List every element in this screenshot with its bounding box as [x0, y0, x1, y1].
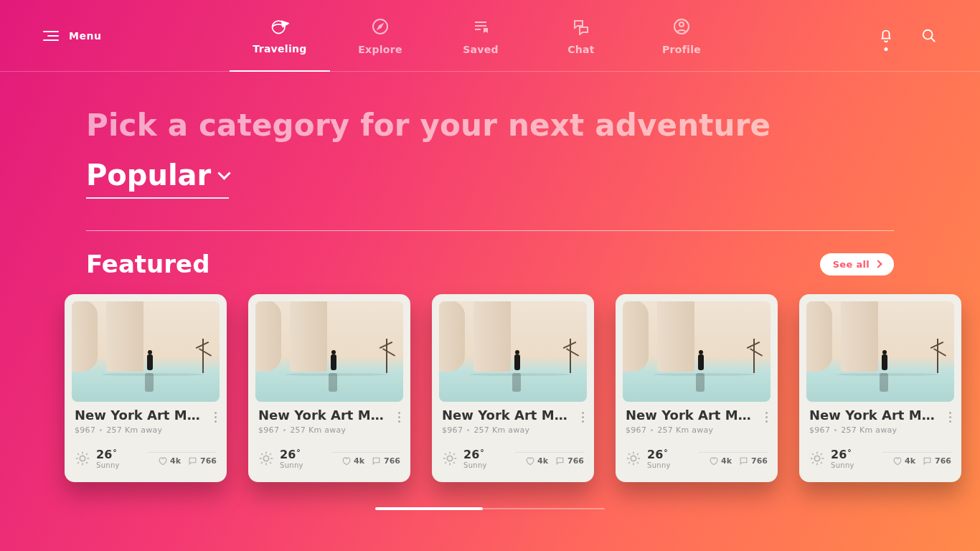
- svg-point-10: [80, 456, 85, 461]
- card-likes[interactable]: 4k: [892, 456, 915, 466]
- svg-line-34: [453, 462, 455, 463]
- sun-icon: [442, 451, 458, 466]
- card-stats: 4k 766: [882, 452, 951, 466]
- likes-count: 4k: [721, 456, 732, 466]
- separator-dot: [467, 429, 469, 431]
- featured-cards-scroller[interactable]: New York Art Me… $967 257 Km away 26° Su…: [65, 294, 980, 482]
- chat-bubbles-icon: [571, 17, 591, 37]
- separator-dot: [100, 429, 102, 431]
- comments-count: 766: [567, 456, 584, 466]
- card-comments[interactable]: 766: [923, 456, 951, 466]
- card-temperature: 26: [96, 448, 112, 461]
- card-price: $967: [75, 425, 95, 435]
- card-weather: 26° Sunny: [75, 448, 120, 469]
- degree-symbol: °: [480, 448, 484, 457]
- svg-line-26: [261, 462, 263, 463]
- card-more-button[interactable]: [395, 409, 403, 425]
- card-condition: Sunny: [831, 461, 854, 469]
- category-dropdown[interactable]: Popular: [86, 159, 229, 199]
- comment-icon: [555, 456, 565, 466]
- card-temperature: 26: [831, 448, 847, 461]
- tab-profile[interactable]: Profile: [631, 0, 732, 72]
- menu-button[interactable]: Menu: [43, 30, 101, 42]
- card-weather: 26° Sunny: [809, 448, 854, 469]
- notification-indicator-dot: [885, 47, 888, 51]
- featured-card[interactable]: New York Art Me… $967 257 Km away 26° Su…: [432, 294, 594, 482]
- degree-symbol: °: [664, 448, 668, 457]
- featured-card[interactable]: New York Art Me… $967 257 Km away 26° Su…: [799, 294, 961, 482]
- svg-line-35: [445, 462, 446, 463]
- card-subtitle: $967 257 Km away: [258, 425, 400, 435]
- page-headline: Pick a category for your next adventure: [86, 108, 894, 143]
- svg-line-44: [628, 462, 630, 463]
- see-all-button[interactable]: See all: [820, 253, 894, 276]
- section-title: Featured: [86, 250, 209, 278]
- svg-point-8: [923, 29, 933, 39]
- carousel-scrollbar-thumb[interactable]: [375, 507, 483, 510]
- category-selected-value: Popular: [86, 159, 211, 192]
- card-comments[interactable]: 766: [188, 456, 217, 466]
- stat-divider: [699, 452, 768, 453]
- card-subtitle: $967 257 Km away: [442, 425, 584, 435]
- likes-count: 4k: [170, 456, 181, 466]
- nav-tabs: Traveling Explore Saved Chat Profile: [230, 0, 732, 72]
- tab-label: Traveling: [253, 43, 306, 55]
- card-image: [806, 301, 954, 402]
- featured-card[interactable]: New York Art Me… $967 257 Km away 26° Su…: [248, 294, 410, 482]
- heart-icon: [892, 456, 902, 466]
- notifications-button[interactable]: [878, 28, 894, 44]
- featured-card[interactable]: New York Art Me… $967 257 Km away 26° Su…: [65, 294, 227, 482]
- svg-line-17: [77, 462, 79, 463]
- comments-count: 766: [200, 456, 217, 466]
- heart-icon: [341, 456, 351, 466]
- card-more-button[interactable]: [763, 409, 771, 425]
- svg-line-25: [270, 462, 271, 463]
- tab-explore[interactable]: Explore: [330, 0, 430, 72]
- card-stats: 4k 766: [331, 452, 400, 466]
- svg-line-52: [821, 462, 822, 463]
- search-button[interactable]: [921, 28, 937, 44]
- card-likes[interactable]: 4k: [158, 456, 181, 466]
- card-title: New York Art Me…: [809, 408, 938, 423]
- tab-traveling[interactable]: Traveling: [230, 0, 330, 72]
- separator-dot: [651, 429, 653, 431]
- card-price: $967: [258, 425, 279, 435]
- svg-point-46: [814, 456, 819, 461]
- svg-line-33: [445, 453, 446, 455]
- card-image: [439, 301, 587, 402]
- card-subtitle: $967 257 Km away: [75, 425, 217, 435]
- card-title: New York Art Me…: [626, 408, 755, 423]
- card-more-button[interactable]: [212, 409, 220, 425]
- card-temperature: 26: [280, 448, 296, 461]
- see-all-label: See all: [833, 259, 870, 270]
- comment-icon: [739, 456, 748, 466]
- card-likes[interactable]: 4k: [525, 456, 548, 466]
- card-subtitle: $967 257 Km away: [626, 425, 768, 435]
- card-weather: 26° Sunny: [258, 448, 303, 469]
- likes-count: 4k: [537, 456, 548, 466]
- card-title: New York Art Me…: [75, 408, 204, 423]
- card-more-button[interactable]: [946, 409, 954, 425]
- svg-point-7: [679, 22, 684, 27]
- separator-dot: [834, 429, 837, 431]
- card-comments[interactable]: 766: [739, 456, 768, 466]
- svg-marker-2: [378, 24, 382, 29]
- tab-saved[interactable]: Saved: [430, 0, 531, 72]
- tab-chat[interactable]: Chat: [531, 0, 631, 72]
- card-distance: 257 Km away: [106, 425, 162, 435]
- featured-card[interactable]: New York Art Me… $967 257 Km away 26° Su…: [616, 294, 778, 482]
- degree-symbol: °: [847, 448, 852, 457]
- svg-line-53: [812, 462, 814, 463]
- card-likes[interactable]: 4k: [341, 456, 364, 466]
- tab-label: Profile: [662, 44, 701, 55]
- carousel-scrollbar-track[interactable]: [375, 508, 605, 509]
- section-divider: [86, 230, 894, 231]
- svg-line-27: [270, 453, 271, 455]
- hamburger-icon: [43, 31, 59, 41]
- top-navbar: Menu Traveling Explore Saved Chat: [0, 0, 980, 72]
- likes-count: 4k: [354, 456, 364, 466]
- card-likes[interactable]: 4k: [709, 456, 732, 466]
- card-comments[interactable]: 766: [555, 456, 584, 466]
- card-comments[interactable]: 766: [372, 456, 400, 466]
- card-more-button[interactable]: [579, 409, 587, 425]
